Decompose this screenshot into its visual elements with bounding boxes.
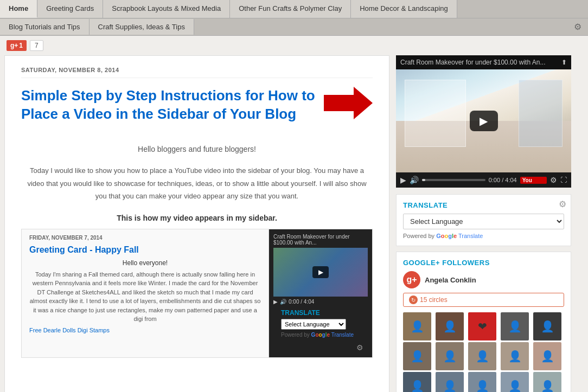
- post-body: Today I would like to show you how to pl…: [21, 164, 373, 202]
- nested-language-select[interactable]: Select Language: [281, 319, 346, 330]
- follower-avatar[interactable]: ❤: [468, 312, 496, 340]
- tab-other-crafts[interactable]: Other Fun Crafts & Polymer Clay: [230, 0, 351, 18]
- fullscreen-icon[interactable]: ⛶: [560, 176, 567, 184]
- follower-avatar[interactable]: 👤: [533, 372, 561, 392]
- nested-time: 0:00 / 4:04: [289, 299, 314, 305]
- red-arrow: [324, 87, 373, 119]
- follower-avatar[interactable]: 👤: [468, 372, 496, 392]
- nested-left: FRIDAY, NOVEMBER 7, 2014 Greeting Card -…: [22, 229, 269, 357]
- circles-count: 15 circles: [420, 296, 448, 304]
- sidebar-video-controls: ▶ 🔊 0:00 / 4:04 YouTube ⚙ ⛶: [396, 172, 571, 188]
- follower-avatar[interactable]: 👤: [403, 312, 431, 340]
- top-nav: Home Greeting Cards Scrapbook Layouts & …: [0, 0, 588, 18]
- sidebar-gplus-followers: GOOGLE+ FOLLOWERS g+ Angela Conklin ↻ 15…: [396, 252, 571, 392]
- nested-translate-label: TRANSLATE: [281, 309, 360, 317]
- follower-avatar[interactable]: 👤: [468, 342, 496, 370]
- tab-home[interactable]: Home: [0, 0, 37, 18]
- translate-title: TRANSLATE: [403, 201, 564, 209]
- nested-right: Craft Room Makeover for under $100.00 wi…: [269, 229, 372, 357]
- blog-content: SATURDAY, NOVEMBER 8, 2014 Simple Step b…: [4, 55, 389, 392]
- sidebar-translate: TRANSLATE Select Language Powered by Goo…: [396, 194, 571, 246]
- tab-blog-tutorials[interactable]: Blog Tutorials and Tips: [0, 19, 90, 35]
- gplus-count: 7: [30, 40, 43, 51]
- sidebar-video-thumb: ▶: [396, 69, 571, 172]
- time-progress: [422, 179, 425, 181]
- nested-preview: FRIDAY, NOVEMBER 7, 2014 Greeting Card -…: [21, 229, 373, 358]
- nested-wrench-icon[interactable]: ⚙: [356, 343, 363, 352]
- follower-avatar[interactable]: 👤: [501, 372, 529, 392]
- post-date: SATURDAY, NOVEMBER 8, 2014: [21, 67, 373, 78]
- nested-translate: TRANSLATE Select Language Powered by Goo…: [273, 305, 368, 342]
- nested-volume-icon[interactable]: 🔊: [280, 299, 286, 305]
- nested-play-icon[interactable]: ▶: [273, 299, 278, 305]
- follower-avatar[interactable]: 👤: [403, 372, 431, 392]
- translate-settings-icon[interactable]: ⚙: [559, 199, 566, 209]
- gplus-plus: 1: [19, 42, 23, 49]
- time-display: 0:00 / 4:04: [489, 177, 517, 183]
- gplus-user-name: Angela Conklin: [425, 276, 476, 284]
- tab-greeting-cards[interactable]: Greeting Cards: [37, 0, 103, 18]
- sidebar-video-widget: Craft Room Makeover for under $100.00 wi…: [396, 55, 571, 188]
- second-nav: Blog Tutorials and Tips Craft Supplies, …: [0, 18, 588, 36]
- sidebar: Craft Room Makeover for under $100.00 wi…: [389, 55, 571, 392]
- follower-avatar[interactable]: 👤: [436, 312, 464, 340]
- post-intro: Hello bloggers and future bloggers!: [21, 143, 373, 156]
- follower-avatar[interactable]: 👤: [436, 372, 464, 392]
- svg-marker-0: [324, 87, 373, 119]
- gplus-followers-title: GOOGLE+ FOLLOWERS: [403, 259, 564, 267]
- nested-video-thumb: ▶: [273, 248, 368, 297]
- circles-button[interactable]: ↻ 15 circles: [403, 293, 564, 307]
- nested-video-title: Craft Room Makeover for under $100.00 wi…: [273, 234, 368, 246]
- tab-home-decor[interactable]: Home Decor & Landscaping: [351, 0, 457, 18]
- main-container: SATURDAY, NOVEMBER 8, 2014 Simple Step b…: [0, 55, 588, 392]
- gplus-icon: g+: [10, 42, 18, 49]
- followers-grid: 👤 👤 ❤ 👤 👤 👤 👤 👤 👤 👤 👤 👤 👤 👤 👤: [403, 312, 564, 392]
- nested-powered: Powered by Google Translate: [281, 332, 360, 338]
- nested-link[interactable]: Free Dearle Dolls Digi Stamps: [29, 327, 110, 333]
- nested-video-controls: ▶ 🔊 0:00 / 4:04: [273, 299, 368, 305]
- follower-avatar[interactable]: 👤: [533, 342, 561, 370]
- settings-ctrl-icon[interactable]: ⚙: [550, 176, 557, 184]
- share-icon[interactable]: ⬆: [561, 59, 567, 66]
- nested-date: FRIDAY, NOVEMBER 7, 2014: [29, 235, 261, 241]
- follower-avatar[interactable]: 👤: [501, 342, 529, 370]
- post-title-area: Simple Step by Step Instructions for How…: [21, 87, 373, 132]
- post-subtitle: This is how my video appears in my sideb…: [21, 214, 373, 222]
- sidebar-video-header: Craft Room Makeover for under $100.00 wi…: [396, 55, 571, 69]
- youtube-logo: YouTube: [520, 177, 547, 184]
- powered-by: Powered by Google Translate: [403, 233, 564, 239]
- sidebar-play-button[interactable]: ▶: [470, 111, 498, 131]
- post-title: Simple Step by Step Instructions for How…: [21, 87, 318, 124]
- follower-avatar[interactable]: 👤: [436, 342, 464, 370]
- nested-hello: Hello everyone!: [29, 259, 261, 267]
- follower-avatar[interactable]: 👤: [501, 312, 529, 340]
- tab-craft-supplies[interactable]: Craft Supplies, Ideas & Tips: [90, 19, 194, 35]
- nested-play-button[interactable]: ▶: [312, 266, 329, 278]
- circles-icon: ↻: [409, 295, 418, 304]
- sidebar-video-title: Craft Room Makeover for under $100.00 wi…: [400, 59, 545, 66]
- follower-avatar[interactable]: 👤: [403, 342, 431, 370]
- nested-text: Today I'm sharing a Fall themed card, al…: [29, 270, 261, 324]
- time-bar: [422, 179, 485, 181]
- gplus-button[interactable]: g+ 1: [7, 40, 27, 51]
- language-select[interactable]: Select Language: [403, 214, 564, 229]
- tab-scrapbook[interactable]: Scrapbook Layouts & Mixed Media: [103, 0, 230, 18]
- gplus-user: g+ Angela Conklin: [403, 271, 564, 288]
- settings-icon[interactable]: ⚙: [567, 18, 588, 35]
- follower-avatar[interactable]: 👤: [533, 312, 561, 340]
- play-icon[interactable]: ▶: [400, 176, 406, 184]
- volume-icon[interactable]: 🔊: [410, 176, 419, 184]
- nested-title: Greeting Card - Happy Fall: [29, 245, 261, 255]
- gplus-bar: g+ 1 7: [0, 36, 588, 55]
- gplus-user-icon: g+: [403, 271, 420, 288]
